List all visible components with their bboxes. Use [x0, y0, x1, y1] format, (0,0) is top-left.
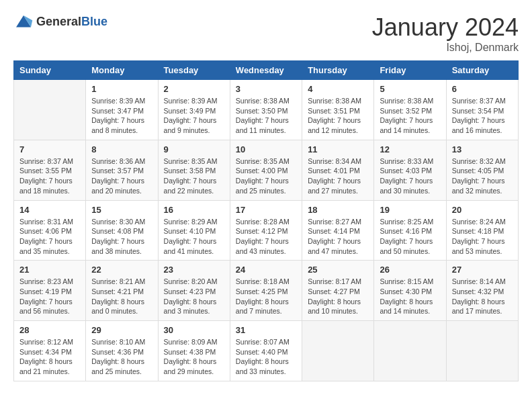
day-info: Sunrise: 8:23 AMSunset: 4:19 PMDaylight:…	[19, 277, 80, 316]
day-number: 19	[380, 205, 440, 215]
calendar-week-row: 14Sunrise: 8:31 AMSunset: 4:06 PMDayligh…	[14, 200, 519, 261]
day-info: Sunrise: 8:38 AMSunset: 3:52 PMDaylight:…	[380, 96, 440, 136]
calendar-cell: 28Sunrise: 8:12 AMSunset: 4:34 PMDayligh…	[14, 321, 86, 381]
logo-icon	[13, 13, 34, 30]
calendar-cell: 6Sunrise: 8:37 AMSunset: 3:54 PMDaylight…	[446, 80, 518, 140]
calendar-cell: 29Sunrise: 8:10 AMSunset: 4:36 PMDayligh…	[86, 321, 158, 381]
calendar-week-row: 28Sunrise: 8:12 AMSunset: 4:34 PMDayligh…	[14, 321, 519, 381]
day-number: 18	[308, 205, 368, 215]
day-info: Sunrise: 8:38 AMSunset: 3:51 PMDaylight:…	[308, 96, 368, 136]
day-info: Sunrise: 8:32 AMSunset: 4:05 PMDaylight:…	[452, 156, 513, 196]
day-number: 8	[91, 144, 152, 154]
day-info: Sunrise: 8:27 AMSunset: 4:14 PMDaylight:…	[308, 217, 368, 257]
calendar-week-row: 7Sunrise: 8:37 AMSunset: 3:55 PMDaylight…	[14, 140, 519, 200]
day-info: Sunrise: 8:18 AMSunset: 4:25 PMDaylight:…	[236, 277, 296, 316]
day-info: Sunrise: 8:34 AMSunset: 4:01 PMDaylight:…	[308, 156, 368, 196]
day-info: Sunrise: 8:29 AMSunset: 4:10 PMDaylight:…	[164, 217, 224, 257]
day-number: 21	[19, 265, 80, 275]
title-section: January 2024 Ishoj, Denmark	[372, 13, 519, 54]
day-number: 6	[452, 84, 513, 94]
day-number: 13	[452, 144, 513, 154]
calendar-cell: 21Sunrise: 8:23 AMSunset: 4:19 PMDayligh…	[14, 261, 86, 321]
calendar-cell	[302, 321, 374, 381]
day-number: 4	[308, 84, 368, 94]
calendar-cell: 17Sunrise: 8:28 AMSunset: 4:12 PMDayligh…	[230, 200, 302, 261]
logo-blue: Blue	[81, 15, 107, 28]
logo: GeneralBlue	[13, 13, 107, 30]
calendar-cell	[446, 321, 518, 381]
calendar-cell: 11Sunrise: 8:34 AMSunset: 4:01 PMDayligh…	[302, 140, 374, 200]
calendar-cell: 31Sunrise: 8:07 AMSunset: 4:40 PMDayligh…	[230, 321, 302, 381]
calendar-cell: 15Sunrise: 8:30 AMSunset: 4:08 PMDayligh…	[86, 200, 158, 261]
day-number: 28	[19, 325, 80, 335]
calendar-week-row: 1Sunrise: 8:39 AMSunset: 3:47 PMDaylight…	[14, 80, 519, 140]
day-info: Sunrise: 8:31 AMSunset: 4:06 PMDaylight:…	[19, 217, 80, 257]
col-header-friday: Friday	[374, 61, 446, 80]
col-header-monday: Monday	[86, 61, 158, 80]
day-number: 29	[91, 325, 152, 335]
day-number: 15	[91, 205, 152, 215]
day-number: 14	[19, 205, 80, 215]
day-number: 30	[164, 325, 224, 335]
calendar-cell: 16Sunrise: 8:29 AMSunset: 4:10 PMDayligh…	[158, 200, 230, 261]
calendar-cell: 10Sunrise: 8:35 AMSunset: 4:00 PMDayligh…	[230, 140, 302, 200]
day-number: 11	[308, 144, 368, 154]
day-info: Sunrise: 8:38 AMSunset: 3:50 PMDaylight:…	[236, 96, 296, 136]
day-info: Sunrise: 8:10 AMSunset: 4:36 PMDaylight:…	[91, 337, 152, 377]
calendar-cell: 3Sunrise: 8:38 AMSunset: 3:50 PMDaylight…	[230, 80, 302, 140]
day-info: Sunrise: 8:35 AMSunset: 4:00 PMDaylight:…	[236, 156, 296, 196]
calendar-cell: 14Sunrise: 8:31 AMSunset: 4:06 PMDayligh…	[14, 200, 86, 261]
calendar-cell: 12Sunrise: 8:33 AMSunset: 4:03 PMDayligh…	[374, 140, 446, 200]
day-info: Sunrise: 8:36 AMSunset: 3:57 PMDaylight:…	[91, 156, 152, 196]
calendar-cell: 1Sunrise: 8:39 AMSunset: 3:47 PMDaylight…	[86, 80, 158, 140]
day-number: 7	[19, 144, 80, 154]
calendar-cell: 30Sunrise: 8:09 AMSunset: 4:38 PMDayligh…	[158, 321, 230, 381]
day-info: Sunrise: 8:21 AMSunset: 4:21 PMDaylight:…	[91, 277, 152, 316]
day-info: Sunrise: 8:28 AMSunset: 4:12 PMDaylight:…	[236, 217, 296, 257]
page-header: GeneralBlue January 2024 Ishoj, Denmark	[13, 13, 519, 54]
day-number: 3	[236, 84, 296, 94]
day-number: 23	[164, 265, 224, 275]
calendar-cell: 4Sunrise: 8:38 AMSunset: 3:51 PMDaylight…	[302, 80, 374, 140]
calendar-week-row: 21Sunrise: 8:23 AMSunset: 4:19 PMDayligh…	[14, 261, 519, 321]
day-number: 1	[91, 84, 152, 94]
day-number: 31	[236, 325, 296, 335]
day-info: Sunrise: 8:12 AMSunset: 4:34 PMDaylight:…	[19, 337, 80, 377]
col-header-saturday: Saturday	[446, 61, 518, 80]
month-title: January 2024	[372, 13, 519, 42]
day-number: 22	[91, 265, 152, 275]
calendar-cell: 24Sunrise: 8:18 AMSunset: 4:25 PMDayligh…	[230, 261, 302, 321]
day-info: Sunrise: 8:25 AMSunset: 4:16 PMDaylight:…	[380, 217, 440, 257]
calendar-cell: 25Sunrise: 8:17 AMSunset: 4:27 PMDayligh…	[302, 261, 374, 321]
logo-text: GeneralBlue	[36, 15, 107, 29]
calendar-cell: 8Sunrise: 8:36 AMSunset: 3:57 PMDaylight…	[86, 140, 158, 200]
day-info: Sunrise: 8:30 AMSunset: 4:08 PMDaylight:…	[91, 217, 152, 257]
day-info: Sunrise: 8:33 AMSunset: 4:03 PMDaylight:…	[380, 156, 440, 196]
day-info: Sunrise: 8:39 AMSunset: 3:49 PMDaylight:…	[164, 96, 224, 136]
day-number: 27	[452, 265, 513, 275]
location-title: Ishoj, Denmark	[372, 42, 519, 54]
calendar-cell: 20Sunrise: 8:24 AMSunset: 4:18 PMDayligh…	[446, 200, 518, 261]
calendar-header-row: SundayMondayTuesdayWednesdayThursdayFrid…	[14, 61, 519, 80]
day-info: Sunrise: 8:17 AMSunset: 4:27 PMDaylight:…	[308, 277, 368, 316]
day-number: 17	[236, 205, 296, 215]
day-info: Sunrise: 8:14 AMSunset: 4:32 PMDaylight:…	[452, 277, 513, 316]
col-header-thursday: Thursday	[302, 61, 374, 80]
calendar-cell: 9Sunrise: 8:35 AMSunset: 3:58 PMDaylight…	[158, 140, 230, 200]
day-number: 10	[236, 144, 296, 154]
calendar-table: SundayMondayTuesdayWednesdayThursdayFrid…	[13, 60, 519, 381]
day-number: 25	[308, 265, 368, 275]
calendar-cell: 23Sunrise: 8:20 AMSunset: 4:23 PMDayligh…	[158, 261, 230, 321]
day-number: 26	[380, 265, 440, 275]
calendar-cell: 7Sunrise: 8:37 AMSunset: 3:55 PMDaylight…	[14, 140, 86, 200]
day-info: Sunrise: 8:15 AMSunset: 4:30 PMDaylight:…	[380, 277, 440, 316]
calendar-cell: 5Sunrise: 8:38 AMSunset: 3:52 PMDaylight…	[374, 80, 446, 140]
day-info: Sunrise: 8:39 AMSunset: 3:47 PMDaylight:…	[91, 96, 152, 136]
day-info: Sunrise: 8:35 AMSunset: 3:58 PMDaylight:…	[164, 156, 224, 196]
col-header-sunday: Sunday	[14, 61, 86, 80]
calendar-cell: 27Sunrise: 8:14 AMSunset: 4:32 PMDayligh…	[446, 261, 518, 321]
day-info: Sunrise: 8:07 AMSunset: 4:40 PMDaylight:…	[236, 337, 296, 377]
col-header-tuesday: Tuesday	[158, 61, 230, 80]
calendar-cell: 19Sunrise: 8:25 AMSunset: 4:16 PMDayligh…	[374, 200, 446, 261]
day-info: Sunrise: 8:09 AMSunset: 4:38 PMDaylight:…	[164, 337, 224, 377]
